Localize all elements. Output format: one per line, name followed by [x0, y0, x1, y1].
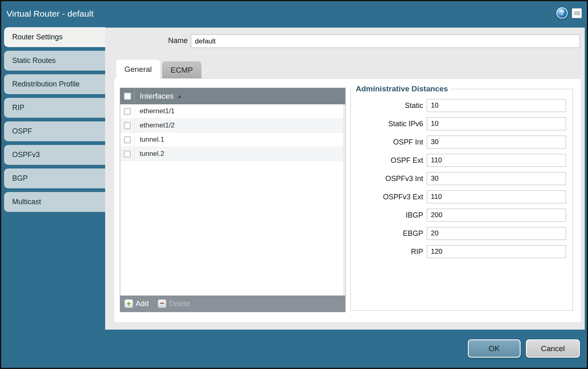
admin-distance-label: RIP — [351, 248, 423, 256]
admin-distance-label: IBGP — [351, 211, 423, 220]
table-row[interactable]: tunnel.2 — [120, 147, 345, 161]
title-bar: Virtual Router - default ? — [1, 1, 587, 26]
row-checkbox-cell — [120, 119, 135, 132]
sidebar-item[interactable]: RIP — [4, 98, 105, 118]
admin-distance-label: OSPFv3 Int — [351, 175, 423, 183]
admin-distance-row: OSPF Int — [351, 136, 573, 149]
row-checkbox[interactable] — [124, 151, 131, 158]
sidebar-item-label: Router Settings — [12, 33, 63, 41]
admin-distance-row: Static IPv6 — [351, 117, 573, 130]
admin-distance-input[interactable] — [427, 99, 566, 112]
tab-ecmp[interactable]: ECMP — [162, 61, 201, 79]
dialog-title: Virtual Router - default — [6, 9, 94, 19]
admin-distance-label: Static IPv6 — [351, 120, 423, 128]
delete-button[interactable]: − Delete — [158, 299, 190, 308]
sidebar-item[interactable]: OSPF — [4, 121, 105, 141]
row-checkbox-cell — [120, 104, 135, 118]
row-checkbox-cell — [120, 147, 135, 161]
sidebar-item-label: Static Routes — [12, 56, 56, 65]
admin-distance-input[interactable] — [427, 154, 566, 167]
interfaces-table-footer: + Add − Delete — [120, 296, 345, 312]
add-button-label: Add — [136, 300, 149, 308]
sidebar-item[interactable]: Redistribution Profile — [4, 74, 105, 94]
admin-distance-input[interactable] — [427, 136, 566, 149]
admin-distance-input[interactable] — [427, 245, 566, 258]
admin-distance-input[interactable] — [427, 227, 566, 240]
delete-icon: − — [158, 299, 166, 308]
admin-distance-label: OSPF Ext — [351, 156, 423, 165]
row-checkbox[interactable] — [124, 108, 131, 115]
add-button[interactable]: + Add — [124, 299, 149, 308]
sidebar-item-label: BGP — [12, 174, 28, 183]
interface-name: ethernet1/1 — [140, 107, 175, 115]
interfaces-table-body: ethernet1/1 ethernet1/2 tunnel.1 tunnel.… — [120, 104, 345, 296]
ok-button[interactable]: OK — [468, 339, 521, 358]
sidebar-item-label: Redistribution Profile — [12, 80, 80, 88]
admin-distance-row: IBGP — [351, 209, 573, 222]
sidebar: Router Settings Static Routes Redistribu… — [4, 27, 105, 212]
row-checkbox-cell — [120, 133, 135, 147]
interface-name: ethernet1/2 — [140, 121, 175, 129]
sidebar-item-label: Multicast — [12, 198, 41, 206]
admin-distance-input[interactable] — [427, 117, 566, 130]
administrative-distances-legend: Administrative Distances — [353, 84, 450, 93]
virtual-router-dialog: Virtual Router - default ? Router Settin… — [1, 1, 587, 368]
maximize-icon-inner — [574, 11, 580, 15]
admin-distance-label: Static — [351, 101, 423, 110]
admin-distance-row: OSPF Ext — [351, 154, 573, 167]
row-checkbox[interactable] — [124, 122, 131, 129]
name-input[interactable] — [191, 35, 580, 48]
admin-distance-label: OSPFv3 Ext — [351, 193, 423, 201]
header-checkbox-cell — [120, 88, 135, 104]
cancel-button[interactable]: Cancel — [526, 339, 580, 358]
admin-distance-row: Static — [351, 99, 573, 112]
table-scrollbar[interactable] — [343, 104, 345, 296]
admin-distance-label: EBGP — [351, 229, 423, 238]
tab-general[interactable]: General — [116, 60, 160, 79]
sidebar-item[interactable]: OSPFv3 — [4, 145, 105, 165]
sidebar-item[interactable]: Router Settings — [4, 27, 105, 47]
table-row[interactable]: tunnel.1 — [120, 133, 345, 147]
admin-distance-input[interactable] — [427, 190, 566, 203]
delete-button-label: Delete — [169, 300, 190, 308]
help-icon[interactable]: ? — [556, 7, 568, 19]
sidebar-item[interactable]: BGP — [4, 168, 105, 188]
admin-distance-input[interactable] — [427, 209, 566, 222]
admin-distance-input[interactable] — [427, 172, 566, 185]
sidebar-item-label: OSPFv3 — [12, 151, 40, 159]
maximize-icon[interactable] — [572, 8, 582, 18]
admin-distance-row: RIP — [351, 245, 573, 258]
interface-name: tunnel.1 — [140, 136, 164, 144]
administrative-distances-fieldset: Administrative Distances Static Static I… — [350, 84, 573, 311]
admin-distance-row: OSPFv3 Ext — [351, 190, 573, 203]
table-row[interactable]: ethernet1/2 — [120, 119, 345, 133]
sidebar-item[interactable]: Static Routes — [4, 51, 105, 71]
interfaces-rows: ethernet1/1 ethernet1/2 tunnel.1 tunnel.… — [120, 104, 345, 161]
add-icon-glyph: + — [126, 300, 131, 307]
interface-name: tunnel.2 — [140, 150, 164, 158]
sidebar-item-label: OSPF — [12, 127, 32, 136]
row-checkbox[interactable] — [124, 136, 131, 143]
administrative-distances-fields: Static Static IPv6 OSPF Int OSPF Ext OSP… — [351, 99, 573, 258]
admin-distance-row: EBGP — [351, 227, 573, 240]
sidebar-item-label: RIP — [12, 104, 24, 112]
interfaces-table-header[interactable]: Interfaces ▲ — [120, 88, 345, 104]
help-icon-glyph: ? — [560, 9, 564, 17]
interfaces-column-header[interactable]: Interfaces — [140, 92, 173, 101]
content-panel: Name General ECMP Interfaces ▲ ethernet1… — [105, 28, 585, 330]
delete-icon-glyph: − — [160, 300, 164, 307]
general-tab-content: Interfaces ▲ ethernet1/1 ethernet1/2 tun… — [114, 79, 581, 322]
interfaces-table: Interfaces ▲ ethernet1/1 ethernet1/2 tun… — [120, 88, 346, 312]
admin-distance-row: OSPFv3 Int — [351, 172, 573, 185]
sidebar-item[interactable]: Multicast — [4, 192, 105, 212]
table-row[interactable]: ethernet1/1 — [120, 104, 345, 119]
admin-distance-label: OSPF Int — [351, 138, 423, 147]
sort-ascending-icon: ▲ — [177, 93, 182, 99]
add-icon: + — [124, 299, 133, 308]
select-all-checkbox[interactable] — [124, 93, 131, 100]
name-label: Name — [105, 37, 188, 45]
